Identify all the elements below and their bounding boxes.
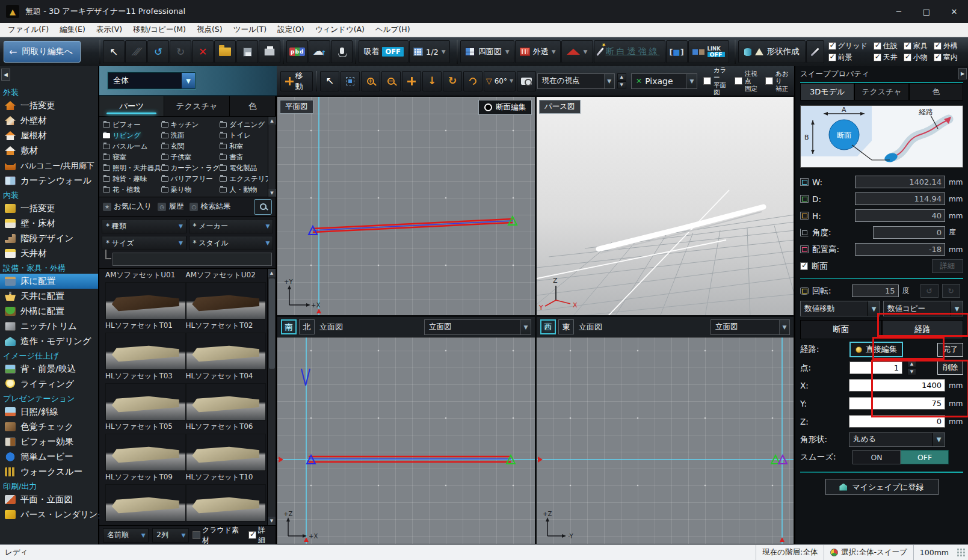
sidebar-item-ground-material[interactable]: 敷材	[0, 143, 98, 158]
hierarchy-select[interactable]: 全体 ▼	[108, 72, 196, 89]
menu-file[interactable]: ファイル(F)	[2, 23, 54, 37]
part-item-hlsofa-t10[interactable]: HLソファセットT10	[186, 472, 267, 523]
history-link[interactable]: 履歴	[168, 202, 183, 212]
sidebar-item-batch-exterior[interactable]: 一括変更	[0, 98, 98, 113]
zoom-fit-button[interactable]	[341, 71, 360, 91]
category-appliances[interactable]: 電化製品	[220, 163, 272, 173]
checkbox-foreground[interactable]: 前景	[828, 52, 868, 63]
viewpoint-stepper[interactable]: ▲▼	[617, 73, 626, 88]
west-button[interactable]: 西	[540, 319, 556, 334]
height-input[interactable]: 40	[855, 209, 945, 222]
perspective-canvas[interactable]: Z Y X	[537, 97, 794, 316]
checkbox-ceiling[interactable]: 天井	[874, 52, 898, 63]
menu-move-copy[interactable]: 移動/コピー(M)	[128, 23, 191, 37]
sidebar-item-ceiling-material[interactable]: 天井材	[0, 246, 98, 261]
direct-edit-toggle[interactable]: 直接編集	[849, 342, 903, 357]
checkbox-grid[interactable]: グリッド	[828, 41, 868, 51]
search-results-link[interactable]: 検索結果	[200, 202, 230, 212]
maker-filter-select[interactable]: * メーカー▼	[189, 219, 274, 233]
numeric-copy-select[interactable]: 数値コピー▼	[883, 301, 963, 316]
category-before[interactable]: ビフォー	[103, 120, 161, 130]
open-file-button[interactable]	[214, 40, 236, 63]
category-barrier-free[interactable]: バリアフリー	[161, 174, 220, 184]
favorites-link[interactable]: お気に入り	[114, 202, 152, 212]
detail-checkbox[interactable]: 詳細	[248, 525, 272, 546]
sidebar-item-before-effect[interactable]: ビフォー効果	[0, 434, 98, 449]
category-scrollbar[interactable]: ▲▼	[268, 117, 276, 197]
step-up-icon[interactable]: ▲	[907, 360, 916, 368]
viewpoint-select[interactable]: 現在の視点 ▼	[537, 73, 615, 89]
subtab-section[interactable]: 断面	[800, 320, 882, 339]
sidebar-item-stairs[interactable]: 階段デザイン	[0, 231, 98, 246]
sidebar-item-lighting[interactable]: ライティング	[0, 377, 98, 392]
point-input[interactable]: 1	[849, 362, 902, 374]
renderer-select[interactable]: ✕ Pixage ▼	[631, 73, 697, 89]
select-tool-button[interactable]: ↖	[103, 40, 125, 63]
pointer-tool-button[interactable]: ↖	[320, 71, 339, 91]
measure-pen-button[interactable]	[806, 40, 824, 63]
sidebar-item-plan-elevation-print[interactable]: 平面・立面図	[0, 492, 98, 507]
elevation-we-select[interactable]: 立面図▼	[711, 319, 790, 335]
sidebar-item-wall-floor[interactable]: 壁・床材	[0, 216, 98, 231]
sidebar-item-render-output[interactable]: パース・レンダリング	[0, 507, 98, 522]
menu-help[interactable]: ヘルプ(H)	[370, 23, 416, 37]
sidebar-item-background[interactable]: 背・前景/映込	[0, 362, 98, 377]
minimize-button[interactable]: ─	[885, 0, 913, 23]
rotate-cw-button[interactable]: ↻	[942, 284, 960, 298]
category-lighting[interactable]: 照明・天井器具	[103, 163, 161, 173]
part-item-hlsofa-t09[interactable]: HLソファセットT09	[105, 472, 186, 523]
scroll-up-icon[interactable]: ▲	[268, 269, 276, 277]
delete-point-button[interactable]: 削除	[937, 361, 963, 375]
grid-scale-select[interactable]: 1/2 ▼	[409, 40, 450, 63]
numeric-move-select[interactable]: 数値移動▼	[800, 301, 880, 316]
scroll-down-icon[interactable]: ▼	[268, 517, 276, 525]
undo-button[interactable]: ↺	[147, 40, 169, 63]
detail-button[interactable]: 詳細	[932, 259, 963, 273]
scroll-up-icon[interactable]: ▲	[268, 117, 276, 125]
snapshot-button[interactable]	[517, 71, 536, 91]
category-study[interactable]: 書斎	[220, 152, 272, 162]
zoom-in-button[interactable]: +	[361, 71, 380, 91]
depth-input[interactable]: 114.94	[855, 192, 945, 205]
category-living[interactable]: リビング	[103, 131, 161, 141]
elevation-sn-canvas[interactable]: +Z +X	[277, 337, 535, 544]
sidebar-item-walkthrough[interactable]: ウォークスルー	[0, 464, 98, 479]
category-exterior-parts[interactable]: エクステリア	[220, 174, 272, 184]
corner-shape-select[interactable]: 丸める▼	[849, 432, 945, 447]
width-input[interactable]: 1402.14	[855, 176, 945, 188]
category-vehicles[interactable]: 乗り物	[161, 185, 220, 195]
back-to-floorplan-button[interactable]: ← 間取り編集へ	[4, 41, 81, 63]
sidebar-collapse-button[interactable]: ◀	[1, 69, 10, 81]
part-item-hlsofa-t01[interactable]: HLソファセットT01	[105, 321, 186, 371]
link-toggle-button[interactable]: LINKOFF	[688, 40, 729, 63]
sort-select[interactable]: 名前順▼	[103, 528, 149, 543]
east-button[interactable]: 東	[558, 319, 574, 334]
keyword-input[interactable]	[113, 253, 272, 266]
size-filter-select[interactable]: * サイズ▼	[102, 236, 187, 250]
resize-grip[interactable]	[957, 549, 966, 557]
category-washroom[interactable]: 洗面	[161, 131, 220, 141]
tilt-view-button[interactable]	[463, 71, 482, 91]
view-angle-select[interactable]: ▽ 60° ▼	[484, 71, 516, 91]
checkbox-tilt-correct[interactable]: あおり補正	[765, 70, 791, 91]
z-input[interactable]: 0	[849, 415, 945, 428]
tab-texture[interactable]: テクスチャ	[854, 83, 908, 100]
checkbox-small-items[interactable]: 小物	[904, 52, 928, 63]
focus-frame-button[interactable]: [■]	[666, 40, 688, 63]
pan-button[interactable]	[402, 71, 421, 91]
part-item-amsofa-u02[interactable]: AMソファセットU02	[186, 270, 267, 321]
move-down-button[interactable]: ↓	[422, 71, 442, 91]
snap-toggle-button[interactable]: 吸着 OFF	[359, 40, 408, 63]
sidebar-item-balcony[interactable]: バルコニー/共用廊下	[0, 158, 98, 173]
elevation-we-viewport[interactable]: 西 東 立面図 立面図▼ +Z -Y	[536, 316, 794, 544]
part-item-hlsofa-t06[interactable]: HLソファセットT06	[186, 422, 267, 472]
elevation-sn-select[interactable]: 立面図▼	[424, 319, 531, 335]
rotate-input[interactable]: 15	[852, 285, 899, 297]
style-filter-select[interactable]: * スタイル▼	[189, 236, 274, 250]
step-up-icon[interactable]: ▲	[617, 73, 626, 81]
perspective-viewport[interactable]: パース図 Z Y X	[536, 96, 794, 316]
thumbnail-scrollbar[interactable]: ▲▼	[267, 269, 276, 525]
checkbox-exterior[interactable]: 外構	[934, 41, 958, 51]
category-goods[interactable]: 雑貨・趣味	[103, 174, 161, 184]
done-button[interactable]: 完了	[937, 343, 963, 357]
